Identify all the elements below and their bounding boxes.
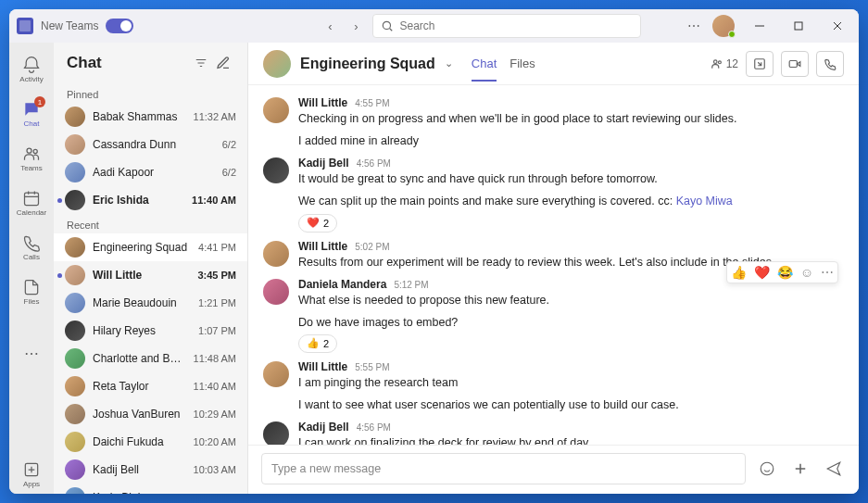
chat-list-item[interactable]: Reta Taylor11:40 AM	[54, 372, 247, 400]
titlebar: New Teams ‹ › ⋯	[9, 9, 859, 43]
audio-call-button[interactable]	[816, 51, 844, 77]
reaction-count: 2	[323, 338, 329, 349]
rail-chat[interactable]: 1Chat	[11, 94, 52, 133]
nav-back-button[interactable]: ‹	[319, 15, 341, 37]
chat-item-name: Charlotte and Babak	[93, 352, 186, 365]
minimize-button[interactable]	[746, 12, 774, 40]
chat-avatar	[65, 376, 85, 396]
chat-avatar	[65, 487, 85, 494]
chat-list-item[interactable]: Aadi Kapoor6/2	[54, 158, 247, 186]
message-time: 4:55 PM	[355, 98, 389, 108]
chat-list-item[interactable]: Marie Beaudouin1:21 PM	[54, 289, 247, 317]
chat-list-item[interactable]: Engineering Squad4:41 PM	[54, 233, 247, 261]
chat-item-time: 10:03 AM	[194, 464, 236, 475]
chat-list-item[interactable]: Hilary Reyes1:07 PM	[54, 317, 247, 345]
new-teams-toggle[interactable]	[106, 19, 133, 33]
chat-list-item[interactable]: Karin Blair9:53 AM	[54, 484, 247, 494]
chat-item-time: 11:40 AM	[194, 381, 236, 392]
rail-apps[interactable]: Apps	[11, 455, 52, 494]
chat-item-time: 4:41 PM	[198, 242, 236, 253]
chat-list-item[interactable]: Daichi Fukuda10:20 AM	[54, 428, 247, 456]
rail-calls[interactable]: Calls	[11, 228, 52, 267]
unread-badge: 1	[34, 96, 45, 107]
chat-list-item[interactable]: Cassandra Dunn6/2	[54, 131, 247, 158]
open-in-window-button[interactable]	[746, 51, 774, 77]
message-more-icon[interactable]: ⋯	[821, 265, 834, 280]
message-list: Will Little4:55 PMChecking in on progres…	[248, 85, 859, 445]
search-box[interactable]	[372, 14, 641, 38]
search-input[interactable]	[399, 19, 633, 32]
chat-list-item[interactable]: Babak Shammas11:32 AM	[54, 103, 247, 131]
chat-list-item[interactable]: Charlotte and Babak11:48 AM	[54, 345, 247, 372]
chat-avatar	[65, 293, 85, 313]
participants-count[interactable]: 12	[711, 57, 738, 70]
search-icon	[381, 19, 394, 32]
message-author: Will Little	[298, 360, 347, 373]
message-avatar	[263, 361, 289, 387]
chat-item-name: Engineering Squad	[93, 241, 191, 254]
svg-point-6	[713, 59, 717, 63]
nav-forward-button[interactable]: ›	[345, 15, 367, 37]
quick-reaction-icon[interactable]: ❤️	[754, 265, 770, 280]
svg-rect-9	[789, 60, 797, 67]
mention-link[interactable]: Kayo Miwa	[676, 195, 733, 207]
profile-avatar[interactable]	[712, 15, 735, 37]
rail-calendar[interactable]: Calendar	[11, 183, 52, 222]
chat-item-time: 1:07 PM	[198, 325, 236, 336]
close-button[interactable]	[824, 12, 851, 40]
svg-point-10	[761, 462, 774, 475]
chat-list-item[interactable]: Eric Ishida11:40 AM	[54, 186, 247, 214]
chat-avatar	[65, 432, 85, 452]
message-time: 4:56 PM	[357, 158, 391, 169]
chat-header: Engineering Squad ⌄ Chat Files 12	[248, 43, 859, 85]
chat-item-name: Aadi Kapoor	[93, 166, 215, 179]
attach-icon[interactable]	[788, 457, 812, 481]
rail-activity[interactable]: Activity	[11, 50, 52, 89]
rail-teams[interactable]: Teams	[11, 139, 52, 178]
filter-icon[interactable]	[190, 52, 212, 74]
group-avatar	[263, 50, 291, 78]
video-call-button[interactable]	[781, 51, 809, 77]
svg-point-0	[384, 21, 391, 29]
message-text: Checking in on progress and when we'll b…	[298, 110, 844, 127]
chat-avatar	[65, 459, 85, 480]
emoji-icon[interactable]	[755, 457, 779, 481]
chat-item-time: 9:53 AM	[199, 492, 236, 494]
tab-chat[interactable]: Chat	[472, 45, 497, 82]
rail-more[interactable]: ⋯	[11, 333, 52, 372]
message-group: Will Little5:55 PMI am pinging the resea…	[263, 360, 844, 413]
chat-item-name: Will Little	[93, 269, 190, 282]
message-text: We can split up the main points and make…	[298, 193, 844, 209]
chat-item-name: Eric Ishida	[93, 194, 184, 207]
message-hover-toolbar: 👍❤️😂☺⋯	[726, 261, 838, 283]
chat-item-time: 10:20 AM	[194, 436, 236, 447]
message-avatar	[263, 421, 289, 445]
reaction-pill[interactable]: ❤️2	[298, 214, 337, 233]
send-icon[interactable]	[822, 457, 846, 481]
teams-app-icon	[17, 18, 33, 34]
chevron-down-icon[interactable]: ⌄	[445, 57, 453, 69]
message-text: It would be great to sync and have quick…	[298, 170, 844, 187]
message-group: Kadij Bell4:56 PMIt would be great to sy…	[263, 157, 844, 232]
titlebar-label: New Teams	[41, 19, 98, 32]
chat-list-item[interactable]: Joshua VanBuren10:29 AM	[54, 400, 247, 428]
new-chat-icon[interactable]	[212, 52, 234, 74]
chat-title: Engineering Squad	[300, 56, 435, 72]
quick-reaction-icon[interactable]: 👍	[731, 265, 747, 280]
chat-sidebar: Chat PinnedBabak Shammas11:32 AMCassandr…	[54, 43, 248, 494]
svg-point-7	[718, 60, 721, 63]
quick-reaction-icon[interactable]: 😂	[777, 265, 793, 280]
more-reactions-icon[interactable]: ☺	[800, 265, 813, 280]
chat-list-item[interactable]: Kadij Bell10:03 AM	[54, 456, 247, 484]
chat-list-item[interactable]: Will Little3:45 PM	[54, 261, 247, 289]
compose-input[interactable]: Type a new message	[261, 453, 746, 484]
chat-avatar	[65, 321, 85, 341]
chat-main: Engineering Squad ⌄ Chat Files 12 Will L…	[248, 43, 859, 494]
message-time: 4:56 PM	[357, 422, 391, 433]
rail-files[interactable]: Files	[11, 272, 52, 311]
tab-files[interactable]: Files	[509, 45, 535, 82]
reaction-pill[interactable]: 👍2	[298, 334, 337, 353]
maximize-button[interactable]	[785, 12, 812, 40]
more-icon[interactable]: ⋯	[687, 19, 701, 33]
sidebar-title: Chat	[67, 54, 190, 72]
